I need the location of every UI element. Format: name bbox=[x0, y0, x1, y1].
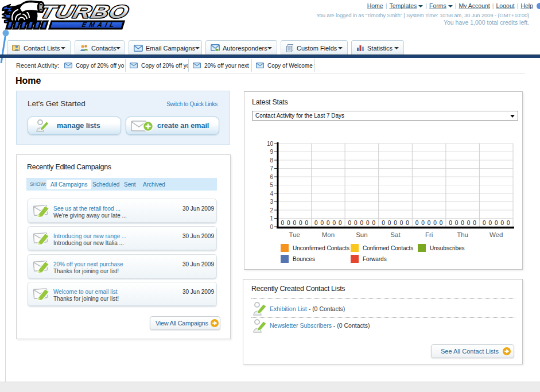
svg-text:Bounces: Bounces bbox=[293, 256, 315, 262]
svg-text:TURBO: TURBO bbox=[38, 2, 131, 21]
svg-text:0: 0 bbox=[507, 220, 510, 226]
svg-text:Wed: Wed bbox=[490, 231, 503, 238]
svg-text:0: 0 bbox=[327, 220, 330, 226]
svg-text:Tue: Tue bbox=[289, 231, 300, 238]
svg-text:Sat: Sat bbox=[390, 231, 401, 238]
svg-text:0: 0 bbox=[495, 220, 498, 226]
svg-text:0: 0 bbox=[428, 220, 431, 226]
svg-text:0: 0 bbox=[314, 220, 318, 226]
svg-text:0: 0 bbox=[339, 220, 342, 226]
svg-text:0: 0 bbox=[321, 220, 324, 226]
svg-text:0: 0 bbox=[421, 220, 425, 226]
svg-text:0: 0 bbox=[287, 220, 290, 226]
svg-text:Fri: Fri bbox=[425, 231, 433, 238]
svg-text:Unconfirmed Contacts: Unconfirmed Contacts bbox=[293, 245, 349, 251]
svg-text:0: 0 bbox=[483, 220, 486, 226]
svg-text:0: 0 bbox=[488, 220, 492, 226]
svg-text:7: 7 bbox=[270, 165, 273, 172]
svg-text:0: 0 bbox=[406, 220, 409, 226]
svg-text:0: 0 bbox=[400, 220, 403, 226]
svg-text:0: 0 bbox=[293, 220, 297, 226]
svg-text:0: 0 bbox=[473, 220, 476, 226]
svg-text:0: 0 bbox=[299, 220, 302, 226]
svg-text:0: 0 bbox=[388, 220, 391, 226]
svg-text:0: 0 bbox=[394, 220, 397, 226]
svg-text:EMAIL: EMAIL bbox=[81, 21, 117, 29]
svg-text:0: 0 bbox=[366, 220, 370, 226]
svg-text:0: 0 bbox=[270, 224, 273, 230]
svg-text:3: 3 bbox=[270, 199, 273, 205]
svg-text:0: 0 bbox=[360, 220, 364, 226]
svg-text:0: 0 bbox=[354, 220, 358, 226]
svg-text:2: 2 bbox=[270, 207, 273, 214]
svg-text:0: 0 bbox=[333, 220, 336, 226]
svg-text:Forwards: Forwards bbox=[363, 256, 387, 262]
svg-text:8: 8 bbox=[270, 157, 273, 164]
svg-text:0: 0 bbox=[500, 220, 504, 226]
svg-text:6: 6 bbox=[270, 174, 273, 180]
svg-text:0: 0 bbox=[467, 220, 471, 226]
svg-text:0: 0 bbox=[415, 220, 419, 226]
svg-text:0: 0 bbox=[433, 220, 437, 226]
svg-text:0: 0 bbox=[382, 220, 385, 226]
svg-text:9: 9 bbox=[270, 149, 273, 155]
svg-text:0: 0 bbox=[348, 220, 352, 226]
svg-text:Mon: Mon bbox=[322, 231, 335, 238]
svg-text:0: 0 bbox=[281, 220, 285, 226]
svg-text:4: 4 bbox=[270, 191, 273, 197]
svg-text:0: 0 bbox=[440, 220, 443, 226]
svg-text:0: 0 bbox=[305, 220, 309, 226]
svg-text:Thu: Thu bbox=[457, 231, 468, 238]
svg-text:10: 10 bbox=[267, 141, 274, 147]
svg-text:0: 0 bbox=[455, 220, 459, 226]
svg-text:0: 0 bbox=[372, 220, 376, 226]
svg-text:0: 0 bbox=[461, 220, 464, 226]
svg-text:Unsubscribes: Unsubscribes bbox=[430, 245, 465, 251]
svg-text:Sun: Sun bbox=[356, 231, 367, 238]
svg-text:1: 1 bbox=[270, 215, 273, 222]
svg-text:0: 0 bbox=[449, 220, 452, 226]
svg-text:Confirmed Contacts: Confirmed Contacts bbox=[363, 245, 413, 251]
svg-text:5: 5 bbox=[270, 182, 273, 188]
